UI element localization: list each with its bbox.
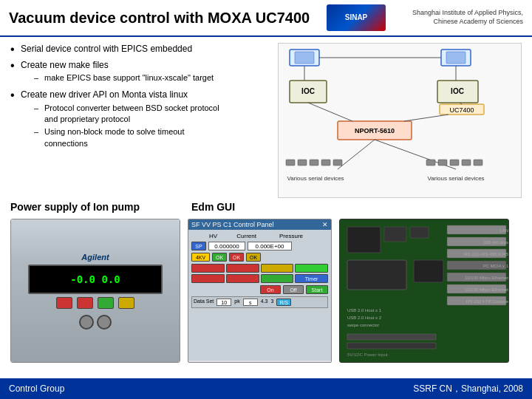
edm-col-current: Current [219, 233, 256, 239]
status-btn-1[interactable] [191, 264, 225, 273]
svg-rect-34 [474, 160, 482, 166]
svg-rect-30 [426, 160, 435, 166]
edm-ok-1[interactable]: OK [212, 253, 227, 262]
ps-knob-2[interactable] [97, 315, 112, 330]
status-btn-5[interactable] [191, 274, 225, 283]
bullet-1: • Serial device control with EPICS embed… [10, 43, 225, 56]
power-supply-image: Agilent -0.0 0.0 [10, 219, 180, 363]
svg-rect-60 [347, 343, 436, 349]
edm-action-row: On Off Start [191, 285, 328, 294]
bullet-3: • Create new driver API on Monta vista l… [10, 89, 225, 151]
svg-text:160 old slots: 160 old slots [483, 240, 508, 245]
bottom-panels: Agilent -0.0 0.0 SF VV PS C1 Control Pan… [10, 219, 522, 366]
svg-text:PC MCIA x 1: PC MCIA x 1 [483, 264, 509, 268]
edm-control-row-1: 4KV OK OK OK [191, 253, 328, 262]
logo-text: SINAP [345, 13, 368, 22]
sub-text-2-1: make EPICS base support "linux-xscale" t… [44, 72, 214, 83]
svg-rect-26 [298, 160, 307, 166]
status-btn-3[interactable] [261, 264, 294, 273]
bullet-dot-2: • [10, 59, 21, 72]
page-title: Vacuum device control with MOXA UC7400 [9, 10, 310, 27]
edm-current-value: 0.000E+00 [248, 242, 292, 250]
sub-bullets-2: – make EPICS base support "linux-xscale"… [34, 72, 225, 83]
sub-text-3-1: Protocol converter between BSD socket pr… [44, 103, 225, 126]
power-supply-device: Agilent -0.0 0.0 [11, 219, 180, 362]
bullet-2-main: Create new make files [21, 60, 109, 70]
status-btn-2[interactable] [226, 264, 259, 273]
svg-rect-32 [450, 160, 459, 166]
hardware-board-image: LAN 160 old slots RS-232+RS-485,RJ45 PC … [339, 219, 509, 363]
edm-titlebar: SF VV PS C1 Control Panel ✕ [188, 219, 331, 230]
edm-runfor-label: 3 [270, 299, 273, 306]
svg-text:RS-232 FTP Console: RS-232 FTP Console [466, 299, 509, 304]
svg-line-19 [308, 103, 352, 121]
edm-off-btn[interactable]: Off [283, 285, 304, 294]
section-labels: Power supply of Ion pump Edm GUI [10, 201, 522, 213]
svg-rect-38 [410, 227, 429, 238]
edm-ok-2[interactable]: OK [229, 253, 244, 262]
footer-attribution: SSRF CN，Shanghai, 2008 [413, 383, 523, 395]
sub-dash-3-2: – [34, 126, 44, 149]
edm-status-grid: Timer [191, 264, 328, 283]
status-btn-6[interactable] [226, 274, 259, 283]
svg-text:IOC: IOC [451, 87, 464, 95]
ps-btn-green-1[interactable] [98, 297, 114, 309]
svg-text:NPORT-5610: NPORT-5610 [355, 127, 395, 134]
edm-close-btn[interactable]: ✕ [322, 221, 328, 228]
edm-col-pressure: Pressure [259, 233, 303, 239]
svg-rect-28 [321, 160, 330, 166]
sub-dash-2-1: – [34, 72, 44, 83]
edm-alarm-label: pk [234, 299, 239, 306]
ps-btn-red-1[interactable] [56, 297, 72, 309]
svg-rect-5 [446, 52, 466, 64]
footer-control-group: Control Group [9, 383, 64, 394]
ps-brand: Agilent [81, 253, 109, 262]
org-text: Shanghai Institute of Applied Physics, C… [390, 9, 523, 26]
hw-board-svg: LAN 160 old slots RS-232+RS-485,RJ45 PC … [340, 219, 509, 363]
edm-timer-btn[interactable]: Timer [295, 274, 328, 283]
svg-text:Various serial devices: Various serial devices [427, 175, 484, 182]
status-btn-7[interactable] [261, 274, 294, 283]
svg-rect-31 [438, 160, 447, 166]
edm-data-row: Data Set 10 pk s 4.3 3 R/S [191, 296, 328, 308]
edm-number-label: 4.3 [261, 299, 268, 306]
edm-readback-row: SP 0.000000 0.000E+00 [191, 242, 328, 250]
svg-rect-59 [347, 334, 436, 340]
edm-on-btn[interactable]: On [260, 285, 281, 294]
edm-content: HV Current Pressure SP 0.000000 0.000E+0… [188, 230, 331, 361]
edm-gui-panel: SF VV PS C1 Control Panel ✕ HV Current P… [188, 219, 332, 363]
edm-4kv-btn[interactable]: 4KV [191, 253, 210, 262]
bullet-text-2: Create new make files – make EPICS base … [21, 59, 225, 86]
svg-line-20 [404, 115, 449, 121]
edm-data-label: Data Set [194, 299, 214, 306]
svg-line-21 [338, 140, 375, 169]
ps-knob-1[interactable] [79, 315, 94, 330]
ps-knobs-row [79, 315, 112, 330]
svg-rect-27 [310, 160, 318, 166]
edm-run-btn[interactable]: R/S [276, 299, 291, 306]
ps-btn-red-2[interactable] [77, 297, 93, 309]
edm-ok-3[interactable]: OK [246, 253, 261, 262]
svg-rect-36 [347, 227, 381, 253]
edm-col-hv: HV [191, 233, 217, 239]
bullet-dot-1: • [10, 43, 21, 56]
diagram-svg: OPI OPI IOC IOC UC7400 UC7400 [279, 44, 522, 198]
edm-header-row: HV Current Pressure [191, 233, 328, 239]
ps-display: -0.0 0.0 [28, 265, 163, 294]
logo-box: SINAP [327, 4, 386, 31]
sub-text-3-2: Using non-block mode to solve timeout co… [44, 126, 225, 149]
bullet-3-main: Create new driver API on Monta vista lin… [21, 89, 188, 100]
svg-rect-37 [384, 227, 406, 242]
edm-start-btn[interactable]: Start [306, 285, 328, 294]
edm-sp-btn[interactable]: SP [191, 242, 206, 250]
sub-bullet-3-2: – Using non-block mode to solve timeout … [34, 126, 225, 149]
svg-rect-33 [462, 160, 471, 166]
ps-btn-yellow-1[interactable] [118, 297, 134, 309]
svg-text:5V/1DC Power Input: 5V/1DC Power Input [347, 352, 388, 357]
edm-label: Edm GUI [191, 201, 335, 213]
bullets-section: • Serial device control with EPICS embed… [10, 43, 232, 154]
logo-area: SINAP Shanghai Institute of Applied Phys… [327, 4, 523, 31]
status-btn-4[interactable] [295, 264, 328, 273]
svg-rect-2 [295, 52, 314, 64]
svg-text:RS-232+RS-485,RJ45: RS-232+RS-485,RJ45 [464, 252, 509, 256]
